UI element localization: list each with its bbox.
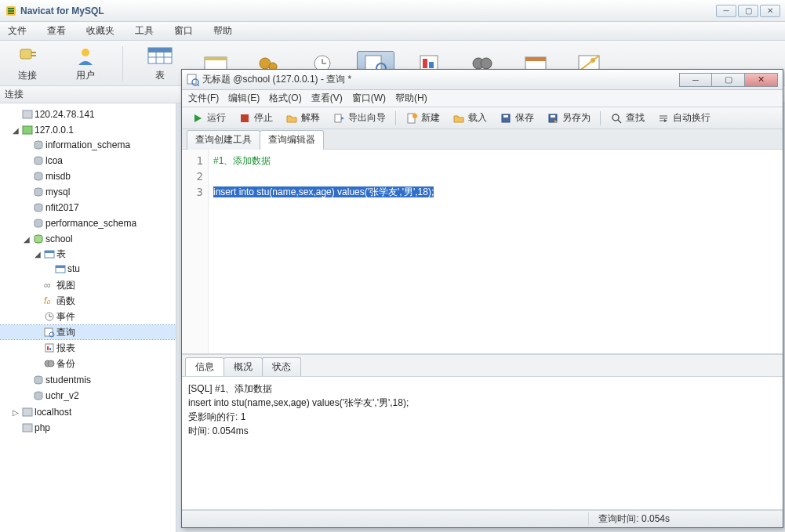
- svg-rect-34: [23, 126, 32, 134]
- editor-maximize-button[interactable]: ▢: [712, 73, 745, 87]
- tree-host-php[interactable]: php: [0, 421, 176, 435]
- db-green-icon: [31, 233, 45, 244]
- minimize-button[interactable]: ─: [716, 5, 736, 17]
- tree-host-local[interactable]: ◢127.0.0.1: [0, 123, 176, 137]
- svg-line-77: [618, 120, 621, 123]
- svg-rect-55: [49, 348, 51, 350]
- report-folder-icon: [42, 342, 56, 353]
- tree-db-nfit2017[interactable]: nfit2017: [0, 201, 176, 215]
- editor-close-button[interactable]: ✕: [745, 73, 778, 87]
- result-pane[interactable]: [SQL] #1、添加数据 insert into stu(name,sex,a…: [182, 377, 783, 510]
- export-wizard-button[interactable]: 导出向导: [328, 110, 391, 126]
- menu-favorites[interactable]: 收藏夹: [83, 23, 118, 39]
- menu-file[interactable]: 文件: [5, 23, 30, 39]
- menu-window[interactable]: 窗口: [171, 23, 196, 39]
- svg-rect-29: [525, 57, 546, 61]
- svg-point-70: [412, 114, 417, 118]
- result-line: insert into stu(name,sex,age) values('张学…: [188, 396, 776, 410]
- tool-connection[interactable]: 连接: [6, 44, 49, 82]
- tree-db-lcoa[interactable]: lcoa: [0, 154, 176, 168]
- menu-tools[interactable]: 工具: [132, 23, 157, 39]
- editor-menu-help[interactable]: 帮助(H): [395, 92, 427, 105]
- tree-school-reports[interactable]: 报表: [0, 341, 176, 355]
- new-button[interactable]: 新建: [401, 110, 445, 126]
- find-button[interactable]: 查找: [605, 110, 649, 126]
- svg-rect-66: [241, 114, 249, 122]
- tool-table[interactable]: 表: [139, 44, 181, 82]
- close-button[interactable]: ✕: [760, 5, 780, 17]
- connection-pane-title: 连接: [5, 88, 24, 101]
- tool-user-label: 用户: [76, 69, 95, 82]
- editor-menu-window[interactable]: 窗口(W): [352, 92, 386, 105]
- result-tabs: 信息 概况 状态: [182, 354, 783, 377]
- menu-view[interactable]: 查看: [44, 23, 69, 39]
- menu-help[interactable]: 帮助: [210, 23, 235, 39]
- tree-db-misdb[interactable]: misdb: [0, 169, 176, 183]
- table-icon: [53, 263, 67, 274]
- svg-line-64: [198, 85, 199, 86]
- editor-menu-file[interactable]: 文件(F): [188, 92, 219, 105]
- tool-user[interactable]: 用户: [64, 44, 107, 82]
- tree-db-uchr-v2[interactable]: uchr_v2: [0, 389, 176, 403]
- db-icon: [31, 171, 45, 182]
- tree-table-stu[interactable]: stu: [0, 262, 176, 276]
- tree-school-events[interactable]: 事件: [0, 309, 176, 324]
- svg-rect-1: [8, 8, 14, 9]
- svg-rect-33: [23, 110, 32, 118]
- user-icon: [72, 44, 99, 67]
- main-menubar: 文件 查看 收藏夹 工具 窗口 帮助: [0, 22, 785, 41]
- tree-school-views[interactable]: ∞视图: [0, 278, 176, 292]
- table-folder-icon: [42, 248, 56, 259]
- tree-db-information-schema[interactable]: information_schema: [0, 138, 176, 152]
- db-icon: [31, 375, 45, 385]
- tree-school-backups[interactable]: 备份: [0, 356, 176, 371]
- sql-editor[interactable]: 123 #1、添加数据 insert into stu(name,sex,age…: [182, 150, 783, 354]
- svg-rect-25: [429, 62, 434, 68]
- load-button[interactable]: 载入: [448, 110, 492, 126]
- new-icon: [405, 112, 418, 125]
- result-line: 受影响的行: 1: [188, 410, 776, 424]
- result-line: 时间: 0.054ms: [188, 424, 776, 438]
- tree-school-functions[interactable]: f₀函数: [0, 294, 176, 308]
- explain-button[interactable]: 解释: [281, 110, 325, 126]
- tab-result-info[interactable]: 信息: [185, 357, 224, 376]
- db-icon: [31, 155, 45, 166]
- tab-result-status[interactable]: 状态: [262, 357, 301, 376]
- tree-host-remote[interactable]: 120.24.78.141: [0, 107, 176, 121]
- svg-text:∞: ∞: [44, 280, 51, 291]
- editor-tabs: 查询创建工具 查询编辑器: [182, 129, 783, 150]
- tab-query-builder[interactable]: 查询创建工具: [187, 130, 260, 150]
- tree-db-performance-schema[interactable]: performance_schema: [0, 216, 176, 230]
- connection-tree[interactable]: 120.24.78.141 ◢127.0.0.1 information_sch…: [0, 103, 176, 532]
- tree-db-school[interactable]: ◢school: [0, 232, 176, 246]
- run-button[interactable]: 运行: [187, 110, 231, 126]
- tree-db-mysql[interactable]: mysql: [0, 185, 176, 199]
- tab-result-profile[interactable]: 概况: [224, 357, 263, 376]
- editor-menu-view[interactable]: 查看(V): [311, 92, 343, 105]
- server-icon: [20, 422, 35, 433]
- svg-marker-81: [664, 119, 667, 122]
- editor-minimize-button[interactable]: ─: [679, 73, 712, 87]
- tree-host-localhost[interactable]: ▷localhost: [0, 405, 176, 419]
- auto-wrap-button[interactable]: 自动换行: [652, 110, 715, 126]
- stop-button[interactable]: 停止: [234, 110, 278, 126]
- tree-school-tables[interactable]: ◢表: [0, 247, 176, 261]
- save-as-button[interactable]: 另存为: [542, 110, 595, 126]
- stop-icon: [238, 112, 251, 125]
- editor-menu-format[interactable]: 格式(O): [269, 92, 301, 105]
- svg-rect-14: [205, 57, 227, 60]
- sql-code[interactable]: #1、添加数据 insert into stu(name,sex,age) va…: [209, 150, 783, 353]
- app-titlebar: Navicat for MySQL ─ ▢ ✕: [0, 0, 785, 22]
- backup-folder-icon: [42, 358, 56, 369]
- editor-menu-edit[interactable]: 编辑(E): [228, 92, 260, 105]
- tab-query-editor[interactable]: 查询编辑器: [260, 130, 324, 150]
- maximize-button[interactable]: ▢: [738, 5, 758, 17]
- svg-point-32: [591, 58, 595, 63]
- event-icon: [42, 311, 56, 322]
- editor-toolbar: 运行 停止 解释 导出向导 新建 载入 保存 另存为 查找 自动换行: [182, 107, 783, 129]
- svg-rect-67: [335, 114, 341, 122]
- tree-school-queries[interactable]: 查询: [0, 325, 176, 339]
- svg-marker-65: [194, 114, 202, 122]
- tree-db-studentmis[interactable]: studentmis: [0, 373, 176, 387]
- save-button[interactable]: 保存: [495, 110, 539, 126]
